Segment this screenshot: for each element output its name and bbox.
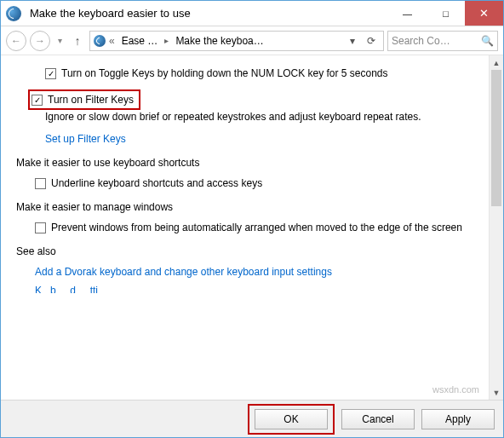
refresh-icon[interactable]: ⟳: [363, 35, 380, 47]
ease-of-access-icon: [6, 6, 21, 21]
breadcrumb-icon: [94, 35, 106, 47]
ok-button-highlight: OK: [248, 404, 335, 435]
filter-keys-label: Turn on Filter Keys: [48, 94, 134, 106]
breadcrumb-dropdown-icon[interactable]: ▾: [344, 35, 361, 47]
see-also-title: See also: [16, 245, 478, 257]
window-title: Make the keyboard easier to use: [26, 1, 388, 26]
see-also-link-truncated[interactable]: K b d tti: [35, 285, 478, 293]
breadcrumb[interactable]: « Ease … ▸ Make the keyboa… ▾ ⟳: [89, 31, 384, 51]
search-input[interactable]: Search Co… 🔍: [387, 31, 498, 51]
minimize-button[interactable]: —: [388, 1, 427, 26]
search-placeholder: Search Co…: [392, 35, 450, 47]
scroll-thumb[interactable]: [491, 70, 501, 206]
scroll-down-arrow[interactable]: ▼: [490, 385, 503, 400]
prevent-arrange-label: Prevent windows from being automatically…: [51, 222, 462, 233]
maximize-button[interactable]: □: [427, 1, 465, 26]
ok-button[interactable]: OK: [255, 409, 328, 429]
toggle-keys-row: Turn on Toggle Keys by holding down the …: [45, 67, 478, 79]
window-controls: — □ ✕: [388, 1, 503, 26]
prevent-arrange-checkbox[interactable]: [35, 222, 46, 233]
toggle-keys-label: Turn on Toggle Keys by holding down the …: [61, 67, 388, 79]
breadcrumb-segment[interactable]: Ease …: [118, 35, 162, 47]
breadcrumb-segment[interactable]: Make the keyboa…: [172, 35, 266, 47]
scroll-up-arrow[interactable]: ▲: [490, 55, 503, 70]
underline-shortcuts-label: Underline keyboard shortcuts and access …: [51, 177, 262, 189]
button-bar: OK Cancel Apply: [1, 400, 503, 437]
toolbar: ← → ▾ ↑ « Ease … ▸ Make the keyboa… ▾ ⟳ …: [1, 26, 503, 55]
filter-keys-setup-link[interactable]: Set up Filter Keys: [45, 133, 478, 145]
filter-keys-checkbox[interactable]: [32, 95, 43, 106]
filter-keys-highlight: Turn on Filter Keys: [28, 89, 140, 110]
nav-forward-button[interactable]: →: [30, 31, 50, 51]
nav-back-button[interactable]: ←: [6, 31, 26, 51]
prevent-arrange-row: Prevent windows from being automatically…: [35, 222, 478, 233]
filter-keys-group: Turn on Filter Keys: [28, 89, 478, 110]
vertical-scrollbar[interactable]: ▲ ▼: [489, 55, 503, 400]
underline-shortcuts-row: Underline keyboard shortcuts and access …: [35, 177, 478, 189]
content-area: Turn on Toggle Keys by holding down the …: [1, 55, 503, 400]
filter-keys-description: Ignore or slow down brief or repeated ke…: [45, 110, 478, 124]
scroll-track[interactable]: [490, 70, 503, 385]
breadcrumb-overflow-icon[interactable]: «: [107, 35, 117, 47]
toggle-keys-checkbox[interactable]: [45, 68, 56, 79]
content: Turn on Toggle Keys by holding down the …: [1, 55, 489, 400]
cancel-button[interactable]: Cancel: [341, 409, 415, 429]
see-also-link[interactable]: Add a Dvorak keyboard and change other k…: [35, 266, 478, 278]
app-icon: [1, 1, 26, 26]
chevron-right-icon: ▸: [163, 36, 170, 45]
nav-up-button[interactable]: ↑: [69, 32, 86, 49]
shortcuts-section-title: Make it easier to use keyboard shortcuts: [16, 157, 478, 169]
windows-section-title: Make it easier to manage windows: [16, 201, 478, 213]
search-icon: 🔍: [481, 35, 494, 47]
apply-button[interactable]: Apply: [421, 409, 495, 429]
titlebar: Make the keyboard easier to use — □ ✕: [1, 1, 503, 26]
nav-recent-dropdown[interactable]: ▾: [54, 36, 66, 45]
underline-shortcuts-checkbox[interactable]: [35, 178, 46, 189]
close-button[interactable]: ✕: [465, 1, 503, 26]
